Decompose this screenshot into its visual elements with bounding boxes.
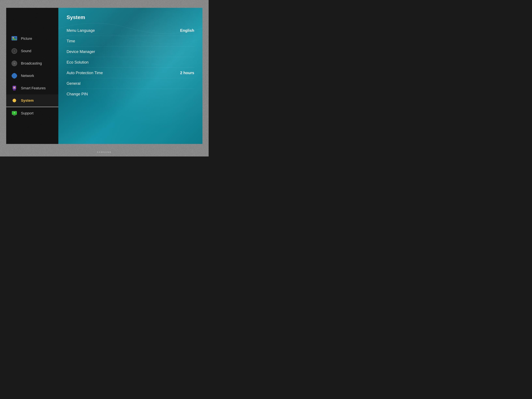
sidebar-item-system[interactable]: System bbox=[6, 94, 58, 107]
svg-text:?: ? bbox=[14, 112, 15, 114]
sidebar: Picture Sound Broadcasting bbox=[6, 8, 58, 144]
system-icon bbox=[11, 97, 18, 104]
svg-point-10 bbox=[14, 63, 15, 64]
network-icon bbox=[11, 73, 18, 79]
support-icon: ? bbox=[11, 110, 18, 117]
broadcasting-icon bbox=[11, 60, 18, 67]
samsung-logo: SAMSUNG bbox=[97, 151, 112, 153]
sidebar-item-sound[interactable]: Sound bbox=[6, 45, 58, 57]
panel-title: System bbox=[66, 14, 194, 20]
svg-rect-22 bbox=[13, 115, 15, 115]
auto-protection-time-value: 2 hours bbox=[180, 70, 194, 75]
sidebar-item-sound-label: Sound bbox=[21, 49, 31, 53]
sidebar-item-support[interactable]: ? Support bbox=[6, 107, 58, 120]
menu-items-list: Menu Language English Time Device Manage… bbox=[66, 25, 194, 99]
svg-rect-23 bbox=[13, 115, 16, 116]
menu-item-menu-language[interactable]: Menu Language English bbox=[66, 25, 194, 36]
menu-item-eco-solution[interactable]: Eco Solution bbox=[66, 57, 194, 68]
svg-rect-18 bbox=[13, 89, 16, 90]
menu-item-change-pin[interactable]: Change PIN bbox=[66, 89, 194, 99]
auto-protection-time-label: Auto Protection Time bbox=[66, 70, 103, 75]
svg-point-3 bbox=[13, 37, 14, 38]
general-label: General bbox=[66, 81, 80, 86]
sidebar-item-broadcasting-label: Broadcasting bbox=[21, 61, 42, 65]
eco-solution-label: Eco Solution bbox=[66, 60, 89, 64]
sidebar-item-picture-label: Picture bbox=[21, 37, 32, 41]
time-label: Time bbox=[66, 39, 75, 43]
picture-icon bbox=[11, 35, 18, 42]
sidebar-item-broadcasting[interactable]: Broadcasting bbox=[6, 57, 58, 70]
menu-item-time[interactable]: Time bbox=[66, 36, 194, 46]
sidebar-item-network[interactable]: Network bbox=[6, 70, 58, 82]
svg-point-7 bbox=[14, 51, 15, 51]
menu-item-device-manager[interactable]: Device Manager bbox=[66, 46, 194, 57]
sound-icon bbox=[11, 48, 18, 54]
smart-features-icon bbox=[11, 85, 18, 91]
menu-item-auto-protection-time[interactable]: Auto Protection Time 2 hours bbox=[66, 68, 194, 78]
sidebar-item-smart-features[interactable]: Smart Features bbox=[6, 82, 58, 94]
sidebar-item-system-label: System bbox=[21, 98, 34, 103]
sidebar-item-picture[interactable]: Picture bbox=[6, 32, 58, 45]
sidebar-item-network-label: Network bbox=[21, 74, 34, 78]
menu-item-general[interactable]: General bbox=[66, 78, 194, 89]
sidebar-item-support-label: Support bbox=[21, 111, 33, 115]
menu-language-label: Menu Language bbox=[66, 28, 95, 33]
content-panel: System Menu Language English Time Device… bbox=[58, 8, 202, 144]
main-screen: Picture Sound Broadcasting bbox=[6, 8, 202, 144]
menu-language-value: English bbox=[180, 28, 194, 33]
sidebar-item-smart-features-label: Smart Features bbox=[21, 86, 46, 90]
change-pin-label: Change PIN bbox=[66, 92, 88, 96]
device-manager-label: Device Manager bbox=[66, 49, 95, 54]
